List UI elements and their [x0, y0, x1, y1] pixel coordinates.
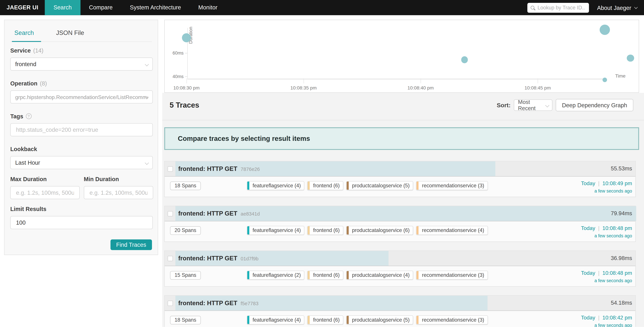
trace-lookup-input[interactable] — [537, 4, 586, 11]
service-tag-label: featureflagservice (4) — [249, 226, 304, 234]
trace-title: frontend: HTTP GET — [178, 255, 238, 262]
service-tag: productcatalogservice (4) — [346, 270, 413, 280]
service-group: Service (14) frontend — [10, 47, 152, 70]
limit-results-label: Limit Results — [10, 206, 46, 212]
service-value: frontend — [15, 61, 148, 67]
compare-banner: Compare traces by selecting result items — [164, 127, 639, 150]
service-label: Service — [10, 47, 31, 54]
duration-group: Max Duration Min Duration — [10, 176, 152, 199]
nav-item-system-architecture[interactable]: System Architecture — [121, 0, 190, 15]
trace-count-label: 5 Traces — [170, 101, 199, 110]
service-tag-label: frontend (6) — [310, 182, 343, 190]
nav-item-monitor[interactable]: Monitor — [190, 0, 226, 15]
trace-result-card[interactable]: frontend: HTTP GETae8341d 79.94ms 20 Spa… — [164, 206, 636, 242]
trace-card-body: 15 Spans featureflagservice (2)frontend … — [165, 266, 636, 286]
about-jaeger-menu[interactable]: About Jaeger — [597, 4, 636, 11]
service-color-swatch — [308, 316, 310, 324]
service-color-swatch — [308, 182, 310, 190]
trace-title: frontend: HTTP GET — [178, 210, 238, 217]
x-axis-tick — [304, 78, 304, 83]
chevron-down-icon — [634, 5, 638, 9]
x-axis-tick-label: 10:08:40 pm — [408, 86, 434, 90]
tags-inputbox — [10, 123, 153, 136]
service-count: (14) — [33, 47, 44, 54]
service-tag-row: featureflagservice (2)frontend (6)produc… — [247, 270, 488, 280]
nav-item-compare[interactable]: Compare — [80, 0, 122, 15]
trace-duration: 36.98ms — [611, 251, 632, 266]
span-count-chip: 20 Spans — [170, 226, 201, 235]
service-tag: frontend (6) — [308, 226, 343, 235]
service-tag: frontend (6) — [308, 316, 343, 324]
x-axis-tick-label: 10:08:30 pm — [173, 86, 200, 90]
trace-card-body: 18 Spans featureflagservice (4)frontend … — [165, 311, 636, 327]
trace-day: Today — [581, 225, 595, 231]
service-color-swatch — [247, 271, 249, 279]
compare-checkbox[interactable] — [168, 166, 173, 172]
tags-input[interactable] — [15, 126, 148, 134]
service-tag: recommendationservice (3) — [416, 181, 488, 190]
service-tag-label: productcatalogservice (5) — [349, 182, 413, 190]
service-color-swatch — [308, 226, 310, 234]
service-tag-label: recommendationservice (4) — [419, 226, 488, 234]
deep-dependency-graph-button[interactable]: Deep Dependency Graph — [556, 99, 634, 111]
limit-results-input[interactable] — [15, 219, 148, 226]
service-tag-label: recommendationservice (3) — [419, 182, 488, 190]
trace-result-card[interactable]: frontend: HTTP GET01d7f9b 36.98ms 15 Spa… — [164, 250, 636, 286]
divider: | — [598, 270, 600, 276]
help-icon[interactable]: ? — [26, 113, 32, 119]
compare-checkbox[interactable] — [168, 256, 173, 261]
service-tag: featureflagservice (4) — [247, 181, 304, 190]
x-axis — [187, 78, 606, 80]
service-tag: featureflagservice (2) — [247, 270, 304, 280]
y-tick — [185, 76, 187, 77]
service-tag-label: frontend (6) — [310, 271, 343, 279]
service-tag: frontend (6) — [308, 181, 343, 190]
scatter-point[interactable] — [600, 24, 610, 35]
scatter-point[interactable] — [627, 55, 634, 62]
min-duration-input[interactable] — [89, 189, 148, 196]
jaeger-ui-app: JAEGER UI SearchCompareSystem Architectu… — [0, 0, 644, 327]
trace-time[interactable]: 10:08:49 pm — [602, 180, 632, 186]
service-color-swatch — [417, 316, 419, 324]
trace-id: 01d7f9b — [240, 256, 258, 262]
trace-id: f5e7783 — [240, 301, 258, 306]
lookback-select[interactable]: Last Hour — [10, 156, 153, 169]
trace-card-header: frontend: HTTP GET01d7f9b 36.98ms — [165, 251, 636, 266]
tags-group: Tags ? — [10, 113, 152, 136]
nav-item-search[interactable]: Search — [45, 0, 80, 15]
max-duration-input[interactable] — [15, 189, 75, 196]
about-jaeger-label: About Jaeger — [597, 4, 631, 11]
trace-day: Today — [581, 314, 595, 321]
lookback-group: Lookback Last Hour — [10, 146, 152, 169]
scatter-point[interactable] — [602, 78, 607, 82]
service-color-swatch — [417, 271, 419, 279]
scatter-point[interactable] — [461, 56, 468, 63]
limit-inputbox — [10, 216, 153, 229]
duration-scatter-chart: Duration 60ms 40ms 10:08:30 pm10:08:35 p… — [164, 20, 639, 93]
app-logo[interactable]: JAEGER UI — [0, 0, 45, 15]
trace-result-card[interactable]: frontend: HTTP GET7876e26 55.53ms 18 Spa… — [164, 161, 636, 197]
sort-select[interactable]: Most Recent — [514, 100, 552, 111]
service-select[interactable]: frontend — [10, 58, 153, 70]
tab-search[interactable]: Search — [10, 29, 38, 42]
compare-checkbox[interactable] — [168, 211, 173, 216]
tab-json-file[interactable]: JSON File — [52, 29, 88, 42]
service-tag-label: productcatalogservice (5) — [349, 316, 413, 324]
trace-time[interactable]: 10:08:48 pm — [602, 270, 632, 276]
service-tag-label: recommendationservice (3) — [419, 271, 488, 279]
trace-result-card[interactable]: frontend: HTTP GETf5e7783 54.18ms 18 Spa… — [164, 295, 636, 327]
service-tag-label: productcatalogservice (4) — [349, 271, 413, 279]
service-tag-row: featureflagservice (4)frontend (6)produc… — [247, 316, 488, 324]
max-duration-label: Max Duration — [10, 176, 47, 182]
service-tag-label: featureflagservice (4) — [249, 316, 304, 324]
x-axis-tick — [186, 78, 187, 83]
service-tag: featureflagservice (4) — [247, 316, 304, 324]
y-tick-label: 40ms — [166, 74, 184, 79]
trace-lookup-box[interactable] — [527, 3, 589, 12]
trace-time[interactable]: 10:08:48 pm — [602, 225, 632, 231]
compare-checkbox[interactable] — [168, 301, 173, 306]
min-duration-label: Min Duration — [84, 176, 119, 182]
find-traces-button[interactable]: Find Traces — [110, 239, 152, 250]
trace-time[interactable]: 10:08:42 pm — [602, 314, 632, 321]
operation-select[interactable]: grpc.hipstershop.RecommendationService/L… — [10, 90, 153, 104]
